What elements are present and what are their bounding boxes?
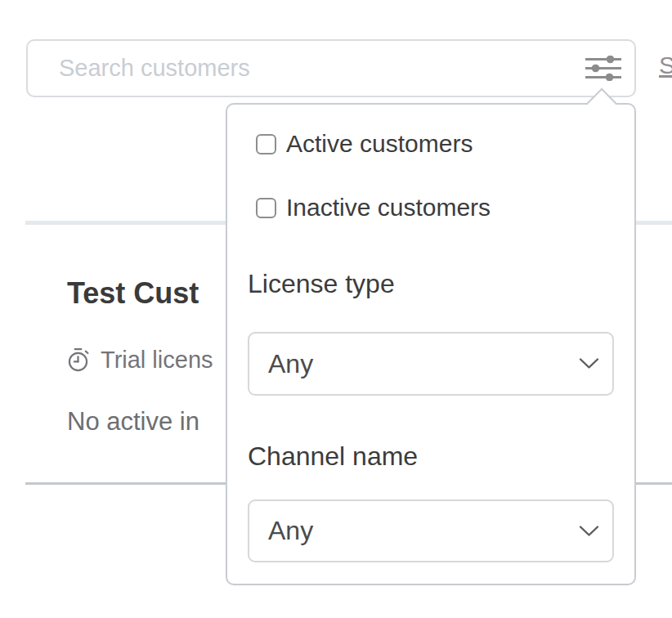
- sliders-icon: [585, 56, 622, 81]
- license-text: Trial licens: [101, 347, 213, 374]
- license-type-select[interactable]: Any: [248, 332, 614, 396]
- edge-link-clipped[interactable]: S: [659, 52, 672, 79]
- inactive-customers-label[interactable]: Inactive customers: [286, 194, 491, 222]
- inactive-customers-option[interactable]: Inactive customers: [256, 194, 491, 222]
- channel-name-select[interactable]: Any: [248, 499, 614, 562]
- license-type-label: License type: [248, 269, 395, 299]
- customer-status-text: No active in: [67, 407, 199, 437]
- search-bar: [26, 39, 636, 97]
- filter-dropdown-panel: Active customers Inactive customers Lice…: [226, 103, 636, 585]
- channel-name-value: Any: [268, 516, 313, 546]
- timer-icon: [65, 347, 91, 373]
- inactive-customers-checkbox[interactable]: [256, 198, 276, 218]
- active-customers-checkbox[interactable]: [256, 134, 276, 154]
- filter-button[interactable]: [584, 52, 623, 85]
- search-input[interactable]: [28, 41, 576, 96]
- license-row: Trial licens: [65, 347, 213, 374]
- channel-name-label: Channel name: [248, 441, 418, 472]
- customer-title: Test Cust: [67, 276, 199, 311]
- chevron-down-icon: [579, 525, 599, 537]
- active-customers-label[interactable]: Active customers: [286, 130, 473, 158]
- license-type-value: Any: [268, 349, 313, 379]
- chevron-down-icon: [579, 358, 599, 370]
- customers-screen: S Test Cust Trial licens No active in Ac…: [0, 0, 672, 618]
- active-customers-option[interactable]: Active customers: [256, 130, 473, 158]
